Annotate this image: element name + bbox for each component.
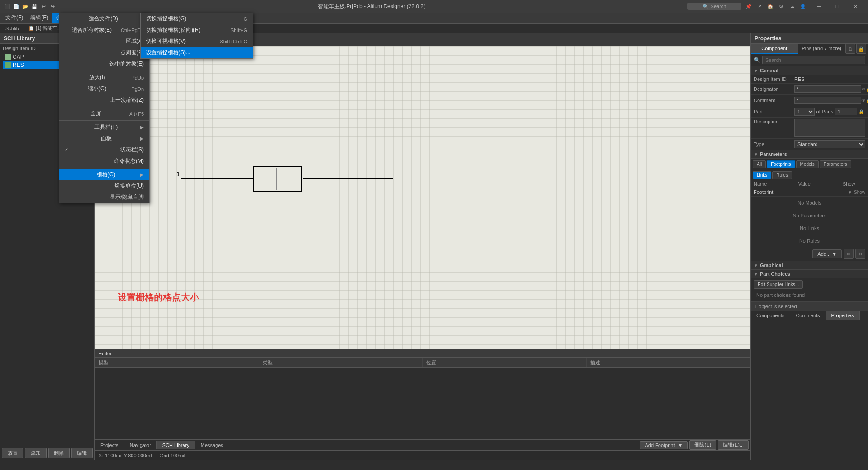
menu-statusbar[interactable]: ✓ 状态栏(S) — [59, 144, 149, 155]
zoom-in-label: 放大(I) — [89, 74, 105, 81]
fullscreen-label: 全屏 — [90, 110, 101, 118]
view-sep-4 — [59, 168, 149, 168]
grid-toggle-visible-label: 切换可视栅格(V) — [146, 38, 186, 45]
zoom-out-label: 缩小(O) — [88, 85, 106, 93]
menu-show-hide-pads[interactable]: 显示/隐藏盲脚 — [59, 192, 149, 203]
menu-fullscreen[interactable]: 全屏 Alt+F5 — [59, 108, 149, 119]
view-sep-2 — [59, 107, 149, 107]
menu-grid[interactable]: 栅格(G) ▶ — [59, 169, 149, 180]
selected-label: 选中的对象(E) — [109, 60, 144, 68]
last-zoom-label: 上一次缩放(Z) — [110, 96, 144, 104]
menu-command-status[interactable]: 命令状态(M) — [59, 155, 149, 167]
grid-set-snap-label: 设置捕捉栅格(S)... — [146, 49, 190, 56]
context-menu-overlay[interactable]: 适合文件(D) 适合所有对象(E) Ctrl+PgDn 区域(A) 点周围(P)… — [0, 0, 868, 470]
grid-toggle-snap-rev-label: 切换捕捉栅格(反向)(R) — [146, 26, 201, 34]
statusbar-label: 状态栏(S) — [120, 146, 144, 154]
grid-label: 栅格(G) — [97, 171, 115, 179]
grid-toggle-visible[interactable]: 切换可视栅格(V) Shift+Ctrl+G — [141, 36, 253, 47]
view-sep-3 — [59, 120, 149, 121]
zoom-in-shortcut: PgUp — [132, 75, 144, 80]
grid-toggle-snap-rev[interactable]: 切换捕捉栅格(反向)(R) Shift+G — [141, 24, 253, 36]
menu-selected[interactable]: 选中的对象(E) — [59, 58, 149, 70]
grid-toggle-snap[interactable]: 切换捕捉栅格(G) G — [141, 13, 253, 24]
menu-zoom-out[interactable]: 缩小(O) PgDn — [59, 83, 149, 94]
statusbar-check: ✓ — [65, 147, 72, 152]
grid-toggle-snap-shortcut: G — [243, 16, 247, 22]
grid-toggle-snap-rev-shortcut: Shift+G — [231, 28, 247, 33]
panel-label: 面板 — [101, 135, 112, 142]
grid-set-snap[interactable]: 设置捕捉栅格(S)... — [141, 47, 253, 58]
grid-toggle-snap-label: 切换捕捉栅格(G) — [146, 15, 186, 23]
menu-area[interactable]: 区域(A) — [59, 36, 149, 47]
menu-toggle-units[interactable]: 切换单位(U) — [59, 180, 149, 192]
fit-file-label: 适合文件(D) — [89, 15, 118, 23]
toggle-units-label: 切换单位(U) — [114, 182, 144, 190]
menu-panel[interactable]: 面板 ▶ — [59, 133, 149, 144]
menu-toolbar[interactable]: 工具栏(T) ▶ — [59, 122, 149, 133]
zoom-out-shortcut: PgDn — [132, 86, 144, 92]
grid-toggle-visible-shortcut: Shift+Ctrl+G — [220, 39, 247, 44]
show-hide-pads-label: 显示/隐藏盲脚 — [110, 193, 144, 201]
fit-all-label: 适合所有对象(E) — [72, 26, 112, 34]
view-dropdown-menu: 适合文件(D) 适合所有对象(E) Ctrl+PgDn 区域(A) 点周围(P)… — [59, 13, 150, 203]
menu-fit-file[interactable]: 适合文件(D) — [59, 13, 149, 24]
menu-fit-all[interactable]: 适合所有对象(E) Ctrl+PgDn — [59, 24, 149, 36]
toolbar-label: 工具栏(T) — [94, 123, 118, 131]
view-sep-1 — [59, 70, 149, 71]
command-status-label: 命令状态(M) — [114, 157, 144, 165]
grid-submenu: 切换捕捉栅格(G) G 切换捕捉栅格(反向)(R) Shift+G 切换可视栅格… — [140, 13, 253, 59]
menu-around-point[interactable]: 点周围(P) — [59, 47, 149, 58]
menu-last-zoom[interactable]: 上一次缩放(Z) — [59, 94, 149, 106]
fullscreen-shortcut: Alt+F5 — [129, 111, 144, 117]
menu-zoom-in[interactable]: 放大(I) PgUp — [59, 72, 149, 83]
